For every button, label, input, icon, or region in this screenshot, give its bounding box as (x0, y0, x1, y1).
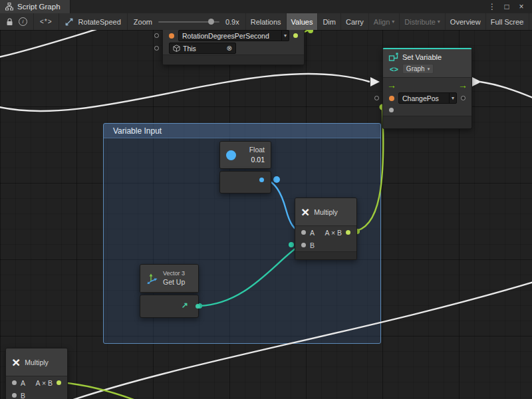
relations-button[interactable]: Relations (245, 13, 287, 30)
graph-canvas[interactable]: Variable Input (0, 30, 532, 399)
align-button[interactable]: Align ▾ (369, 13, 400, 30)
window-title: Script Graph (17, 3, 61, 11)
multiply-icon: × (301, 205, 309, 219)
kind-icon: <> (390, 65, 398, 73)
overview-button[interactable]: Overview (446, 13, 486, 30)
float-output-port[interactable] (259, 178, 264, 182)
vector3-get-up-node[interactable]: Vector 3 Get Up (140, 264, 199, 293)
gameobject-cube-icon (173, 45, 180, 52)
graph-icon (5, 3, 13, 11)
flow-arrow-out (472, 77, 481, 86)
node-type-label: Vector 3 (163, 270, 185, 278)
graph-name[interactable]: RotateSpeed (78, 18, 121, 26)
script-graph-asset-icon (65, 18, 73, 26)
float-node[interactable]: Float 0.01 (219, 141, 271, 169)
flow-wire-bottom (47, 281, 532, 399)
port-b[interactable] (12, 393, 17, 398)
zoom-slider[interactable] (158, 21, 219, 23)
chevron-down-icon: ▾ (438, 19, 440, 25)
value-wire-multiply-bottom-out (61, 382, 148, 399)
titlebar: Script Graph ⋮ □ × (0, 0, 532, 13)
flow-wire-left (0, 74, 370, 111)
full-screen-button[interactable]: Full Screen (486, 13, 529, 30)
set-variable-icon (388, 52, 398, 62)
input-port[interactable] (154, 33, 159, 38)
breadcrumb: RotateSpeed (59, 13, 128, 30)
node-title: Get Up (163, 278, 185, 287)
info-icon[interactable]: i (19, 17, 27, 26)
dim-button[interactable]: Dim (318, 13, 341, 30)
lock-icon[interactable] (6, 18, 13, 26)
multiply-node-bottom[interactable]: × Multiply A A × B B (5, 348, 68, 399)
chevron-down-icon: ▾ (281, 31, 289, 41)
port-a[interactable] (301, 230, 306, 235)
vector-output-icon: ↗ (182, 301, 188, 310)
graph-toolbar: i <*> RotateSpeed Zoom 0.9x Relations (0, 13, 532, 31)
object-input-port[interactable] (154, 46, 159, 51)
window-tab[interactable]: Script Graph (0, 0, 70, 13)
port-b[interactable] (301, 243, 306, 247)
clear-target-icon[interactable]: ⊗ (227, 45, 235, 52)
node-title: Float (241, 145, 265, 155)
vector3-node-body[interactable]: ↗ (140, 295, 199, 318)
window-controls: ⋮ □ × (487, 0, 532, 13)
variable-port-icon (169, 33, 174, 39)
flow-arrow-in (370, 77, 380, 86)
port-result[interactable] (346, 230, 350, 235)
chevron-down-icon: ▾ (392, 19, 394, 25)
flow-wire-right (480, 82, 532, 99)
multiply-node[interactable]: × Multiply A A × B B (295, 198, 357, 260)
target-object-field[interactable]: This ⊗ (169, 43, 236, 54)
lock-info-segment: i (0, 13, 34, 30)
port-a[interactable] (12, 380, 17, 385)
node-title: Multiply (314, 208, 338, 216)
carry-button[interactable]: Carry (341, 13, 369, 30)
float-node-body[interactable] (219, 171, 271, 194)
chevron-down-icon: ▾ (449, 93, 456, 103)
value-output-port[interactable] (461, 96, 466, 100)
code-segment: <*> (34, 13, 59, 30)
port-result[interactable] (57, 380, 61, 385)
zoom-slider-thumb[interactable] (208, 19, 214, 25)
zoom-label: Zoom (134, 18, 152, 26)
values-button[interactable]: Values (287, 13, 319, 30)
distribute-button[interactable]: Distribute ▾ (400, 13, 445, 30)
node-title: Set Variable (402, 53, 442, 61)
vector3-icon (146, 273, 158, 285)
flow-ports-row: → → (383, 78, 471, 92)
value-wire-vector-to-multiply (200, 245, 301, 306)
variable-input-port[interactable] (374, 96, 379, 100)
multiply-icon: × (12, 355, 20, 369)
maximize-icon[interactable]: □ (501, 0, 512, 13)
set-variable-node[interactable]: Set Variable <> Graph ▾ → → ChangePo (382, 48, 472, 129)
zoom-segment: Zoom 0.9x (128, 13, 245, 30)
variable-name-dropdown[interactable]: ChangePos ▾ (398, 92, 457, 104)
flow-out-arrow[interactable]: → (458, 80, 467, 90)
close-icon[interactable]: × (516, 0, 527, 13)
value-output-port[interactable] (293, 33, 298, 38)
scope-dropdown[interactable]: Graph ▾ (402, 64, 434, 74)
script-graph-window: Script Graph ⋮ □ × i <*> (0, 0, 532, 399)
value-input-port[interactable] (389, 108, 394, 112)
float-value-field[interactable]: 0.01 (241, 155, 265, 165)
zoom-value: 0.9x (225, 18, 239, 26)
float-icon (226, 150, 236, 160)
variable-port-icon (389, 96, 394, 101)
get-variable-node[interactable]: RotationDegreesPerSecond ▾ This ⊗ (162, 30, 305, 65)
flow-in-arrow[interactable]: → (387, 80, 396, 90)
flow-wire-topleft (0, 30, 112, 58)
code-icon[interactable]: <*> (40, 18, 53, 25)
vector-output-port[interactable] (196, 304, 200, 309)
node-title: Multiply (25, 358, 49, 366)
kebab-menu-icon[interactable]: ⋮ (487, 0, 497, 13)
chevron-down-icon: ▾ (428, 66, 430, 72)
variable-name-dropdown[interactable]: RotationDegreesPerSecond ▾ (178, 30, 289, 41)
